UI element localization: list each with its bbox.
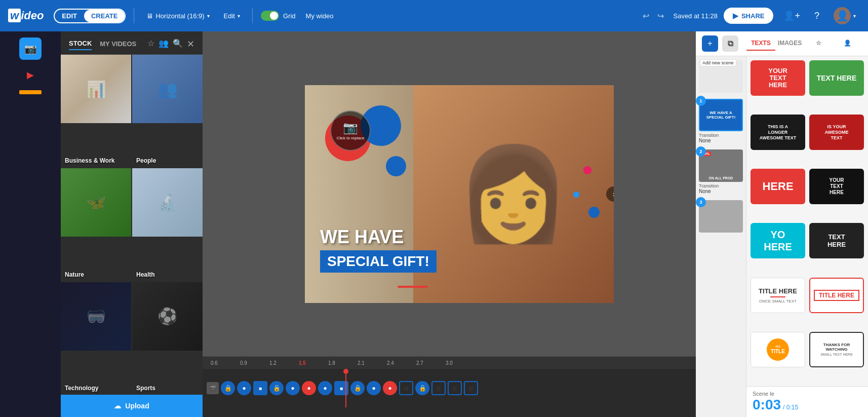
saved-status: Saved at 11:28 — [673, 12, 717, 20]
track-icon-10[interactable]: 🔒 — [415, 381, 429, 395]
track-icon-2[interactable]: ● — [237, 381, 251, 395]
canvas-headline[interactable]: WE HAVE — [320, 227, 437, 247]
category-health[interactable]: 🔬 Health — [132, 168, 203, 281]
template-2[interactable]: TEXT HERE — [809, 60, 864, 96]
upload-label: Upload — [125, 402, 149, 410]
grid-toggle[interactable] — [261, 11, 279, 21]
grid-toggle-group: Grid — [261, 11, 296, 21]
create-button[interactable]: CREATE — [84, 10, 125, 22]
share-label: SHARE — [741, 12, 765, 20]
category-sports[interactable]: ⚽ Sports — [132, 282, 203, 395]
template-11[interactable]: #01 TITLE — [751, 332, 805, 367]
track-sq-outline-3[interactable]: □ — [448, 381, 462, 395]
film-icon[interactable]: 🎬 — [207, 382, 219, 394]
stock-panel: STOCK MY VIDEOS ☆ 👥 🔍 ✕ 📊 Business & Wor… — [61, 31, 203, 417]
upload-bar[interactable]: ☁ Upload — [61, 395, 203, 417]
template-7-text: YOHERE — [762, 226, 794, 255]
add-new-scene-button[interactable]: Add new scene — [699, 60, 743, 93]
favorites-icon[interactable]: ☆ — [147, 39, 154, 50]
tab-stock[interactable]: STOCK — [69, 37, 92, 50]
replace-image-button[interactable]: 📷 Click to replace — [330, 110, 371, 151]
template-9[interactable]: TITLE HERE ONCE SMALL TEXT — [751, 278, 805, 313]
right-panel-body: Add new scene 1 WE HAVE A SPECIAL GIFT! … — [696, 56, 868, 417]
sidebar-item-photos[interactable]: 📷 — [19, 37, 42, 60]
track-icon-5[interactable]: ● — [302, 381, 316, 395]
template-8-text: TEXTHERE — [825, 231, 848, 251]
track-icon-4[interactable]: ● — [286, 381, 300, 395]
track-icon-8[interactable]: ● — [367, 381, 381, 395]
template-5[interactable]: HERE — [751, 169, 805, 204]
template-6[interactable]: YOURTEXTHERE — [809, 169, 864, 204]
scene-thumb-2[interactable]: 50% ON ALL PROD — [699, 149, 743, 182]
ruler-mark-24: 2.4 — [387, 360, 416, 366]
tab-my-videos[interactable]: MY VIDEOS — [100, 38, 136, 50]
sidebar-item-video[interactable]: ▶ — [19, 64, 42, 86]
tab-avatars[interactable]: 👤 — [833, 36, 862, 51]
user-menu[interactable]: 👤 ▾ — [830, 5, 860, 26]
track-icon-9[interactable]: ● — [383, 381, 397, 395]
edit-button[interactable]: EDIT — [55, 10, 84, 22]
ruler-mark-12: 1.2 — [269, 360, 299, 366]
category-business-work[interactable]: 📊 Business & Work — [61, 55, 131, 167]
category-people[interactable]: 👥 People — [132, 55, 203, 167]
canvas-subheadline[interactable]: SPECIAL GIFT! — [320, 250, 437, 273]
app-logo[interactable]: wideo — [8, 9, 44, 22]
scene-number-2: 2 — [696, 146, 706, 157]
canvas-text-overlay: WE HAVE SPECIAL GIFT! — [320, 227, 437, 273]
tab-images[interactable]: IMAGES — [775, 36, 804, 51]
right-panel: + ⧉ TEXTS IMAGES ☆ 👤 Add new scene 1 WE … — [696, 31, 868, 417]
scene-length-time: 0:03 — [753, 397, 781, 413]
timeline: 0.6 0.9 1.2 1.5 1.8 2.1 2.4 2.7 3.0 🎬 🔒 … — [203, 356, 716, 417]
template-9-subtitle: ONCE SMALL TEXT — [759, 299, 797, 304]
template-9-divider — [770, 296, 785, 297]
share-button[interactable]: ▶ SHARE — [724, 8, 774, 24]
tab-texts[interactable]: TEXTS — [746, 36, 775, 51]
stock-tab-icons: ☆ 👥 🔍 ✕ — [147, 39, 194, 50]
avatar[interactable]: 👤 — [834, 7, 851, 24]
format-dropdown[interactable]: 🖥 Horizontal (16:9) ▾ — [142, 10, 213, 22]
track-sq-outline-4[interactable]: □ — [464, 381, 478, 395]
track-icon-7[interactable]: 🔒 — [350, 381, 365, 395]
track-icon-6[interactable]: ● — [318, 381, 332, 395]
template-10-title: TITLE HERE — [814, 290, 859, 301]
main-area: 👩 📷 Click to replace WE HAVE SPECIAL GIF… — [203, 31, 716, 417]
track-sq-1[interactable]: ■ — [253, 381, 267, 395]
template-4[interactable]: IS YOURAWESOMETEXT — [809, 115, 864, 150]
category-nature[interactable]: 🦋 Nature — [61, 168, 131, 281]
template-8[interactable]: TEXTHERE — [809, 223, 864, 258]
ruler-mark-06: 0.6 — [211, 360, 240, 366]
playhead-head — [343, 369, 348, 374]
template-7[interactable]: YOHERE — [751, 223, 805, 258]
help-button[interactable]: ? — [810, 9, 823, 23]
template-10[interactable]: TITLE HERE — [809, 278, 864, 313]
add-scene-button[interactable]: + — [702, 35, 718, 52]
chevron-down-icon: ▾ — [207, 13, 210, 19]
redo-button[interactable]: ↪ — [654, 9, 667, 23]
scene-thumb-1[interactable]: WE HAVE A SPECIAL GIFT! — [699, 99, 743, 131]
duplicate-scene-button[interactable]: ⧉ — [722, 35, 738, 52]
track-icon-3[interactable]: 🔒 — [269, 381, 284, 395]
category-technology[interactable]: 🥽 Technology — [61, 282, 131, 395]
track-sq-outline-2[interactable]: □ — [431, 381, 446, 395]
template-1[interactable]: YOURTEXTHERE — [751, 60, 805, 96]
search-icon[interactable]: 🔍 — [173, 39, 183, 50]
undo-button[interactable]: ↩ — [640, 9, 652, 23]
template-3[interactable]: THIS IS ALONGERAWESOME TEXT — [751, 115, 805, 150]
chevron-down-icon-3: ▾ — [853, 13, 856, 19]
edit-dropdown[interactable]: Edit ▾ — [220, 10, 244, 22]
template-6-text: YOURTEXTHERE — [827, 175, 846, 198]
canvas: 👩 📷 Click to replace WE HAVE SPECIAL GIF… — [305, 85, 614, 303]
ruler-mark-09: 0.9 — [240, 360, 269, 366]
template-11-circle: #01 TITLE — [767, 338, 789, 361]
edit-create-group: EDIT CREATE — [54, 9, 126, 23]
people-icon[interactable]: 👥 — [159, 39, 169, 50]
close-button[interactable]: ✕ — [187, 39, 194, 50]
dot-blue-large — [588, 207, 600, 218]
add-collaborator-button[interactable]: 👤+ — [779, 8, 804, 23]
scene-thumb-3[interactable] — [699, 200, 743, 233]
track-icon-1[interactable]: 🔒 — [221, 381, 235, 395]
scene-item-3: 3 — [699, 200, 743, 233]
tab-favorites[interactable]: ☆ — [804, 36, 833, 51]
template-12[interactable]: THANKS FORWATCHING SMALL TEXT HERE — [809, 332, 864, 367]
track-sq-outline-1[interactable]: □ — [399, 381, 413, 395]
